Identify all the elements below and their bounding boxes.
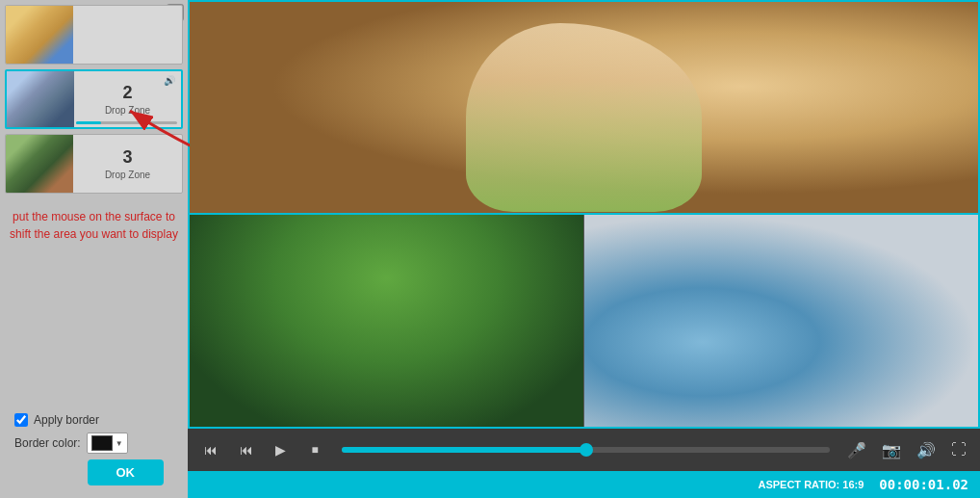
timecode: 00:00:01.02 (879, 477, 968, 492)
fullscreen-icon: ⛶ (951, 441, 967, 458)
progress-fill (342, 447, 586, 453)
mic-button[interactable]: 🎤 (843, 439, 870, 461)
stop-button[interactable]: ■ (301, 436, 328, 463)
clip-item-3[interactable]: 3 Drop Zone (5, 134, 183, 194)
clip-thumbnail-3 (6, 135, 73, 193)
clip-progress-bar-2 (76, 121, 101, 124)
apply-border-row: Apply border (14, 413, 173, 427)
apply-border-label: Apply border (34, 413, 99, 427)
sidebar: ? 2 Drop Zone 🔊 3 Drop Zone (0, 0, 188, 498)
bottom-options: Apply border Border color: ▼ OK (5, 406, 183, 493)
border-color-label: Border color: (14, 436, 81, 450)
clip-progress-2 (76, 121, 177, 124)
clip-number-3: 3 (122, 147, 132, 168)
aspect-ratio: ASPECT RATIO: 16:9 (758, 479, 864, 490)
play-button[interactable]: ▶ (267, 436, 294, 463)
playback-bar: ⏮ ⏭ ▶ ■ 🎤 📷 🔊 (188, 429, 980, 471)
stop-icon: ■ (311, 443, 318, 457)
status-bar: ASPECT RATIO: 16:9 00:00:01.02 (188, 471, 980, 498)
clip-label-3: Drop Zone (105, 170, 150, 180)
rewind-button[interactable]: ⏮ (197, 436, 224, 463)
clip-info-1 (73, 31, 182, 39)
fullscreen-button[interactable]: ⛶ (947, 439, 970, 460)
video-top (190, 2, 978, 215)
video-top-background (190, 2, 978, 213)
skip-back-button[interactable]: ⏭ (232, 436, 259, 463)
clip-number-2: 2 (122, 83, 132, 103)
camera-button[interactable]: 📷 (878, 439, 905, 461)
progress-bar[interactable] (342, 447, 830, 453)
clip-item-2[interactable]: 2 Drop Zone 🔊 (5, 69, 183, 129)
video-bottom-left-background (190, 215, 583, 428)
clip-item-1[interactable] (5, 5, 183, 65)
border-color-row: Border color: ▼ (14, 432, 173, 454)
progress-thumb (580, 443, 593, 457)
camera-icon: 📷 (882, 442, 901, 459)
mic-icon: 🎤 (847, 442, 866, 459)
color-picker-arrow: ▼ (116, 439, 123, 448)
content-area: ⏮ ⏭ ▶ ■ 🎤 📷 🔊 (188, 0, 980, 498)
clip-thumbnail-2 (7, 70, 74, 128)
skip-back-icon: ⏭ (239, 442, 252, 458)
video-bottom-right-background (584, 215, 979, 428)
ok-button[interactable]: OK (88, 459, 165, 485)
color-swatch (91, 435, 113, 451)
color-picker[interactable]: ▼ (87, 432, 128, 454)
clip-info-3: 3 Drop Zone (73, 144, 182, 184)
clip-label-2: Drop Zone (105, 105, 150, 116)
video-bottom-right (584, 215, 979, 428)
clip-thumbnail-1 (6, 6, 73, 64)
video-bottom (190, 215, 978, 428)
hint-text: put the mouse on the surface to shift th… (5, 202, 183, 249)
audio-icon: 🔊 (164, 75, 175, 86)
volume-icon: 🔊 (916, 442, 936, 459)
video-bottom-left (190, 215, 584, 428)
apply-border-checkbox[interactable] (14, 413, 28, 427)
video-preview (188, 0, 980, 429)
volume-button[interactable]: 🔊 (913, 439, 940, 461)
rewind-icon: ⏮ (204, 442, 218, 458)
play-icon: ▶ (275, 442, 286, 458)
